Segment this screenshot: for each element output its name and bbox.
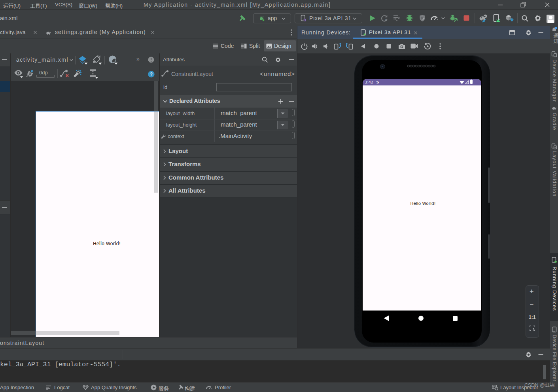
errors-badge-icon[interactable] [148,57,154,63]
layers-view-icon[interactable] [78,55,88,65]
section-all-attributes[interactable]: All Attributes [160,184,297,197]
attr-row-layout-width[interactable]: layout_width match_parent [160,108,297,119]
tab-settings-gradle[interactable]: settings.gradle (My Application) [44,26,158,38]
menu-window[interactable]: 窗口(W) [79,2,97,9]
pack-align-icon[interactable] [89,68,98,79]
gradle-sync-icon[interactable] [479,13,488,23]
chevron-down-icon[interactable] [70,59,73,61]
attr-pick-button[interactable] [292,109,295,116]
power-icon[interactable] [301,43,308,49]
float-window-icon[interactable] [509,30,515,35]
section-transforms[interactable]: Transforms [160,157,297,170]
declared-attributes-header[interactable]: Declared Attributes [160,95,297,108]
search-icon[interactable] [262,57,268,63]
attr-value-dropdown[interactable] [277,109,288,118]
tool-tab-services[interactable]: 服务 [159,384,169,392]
nav-overview-icon[interactable] [453,316,458,321]
profile-app-icon[interactable] [418,14,426,22]
tool-tab-profiler[interactable]: Profiler [215,384,231,390]
tool-tab-app-quality-insights[interactable]: App Quality Insights [91,384,137,390]
zoom-reset-button[interactable]: 1:1 [529,314,535,320]
debug-button[interactable] [406,14,413,22]
profiler-icon[interactable] [430,14,439,23]
stripe-item-running-devices[interactable]: Running Devices [550,253,558,321]
remove-attribute-icon[interactable] [289,98,294,104]
mode-code-button[interactable]: Code [211,41,237,51]
theme-icon[interactable] [108,55,118,65]
apply-changes-icon[interactable] [392,14,400,22]
stripe-item-notifications[interactable]: 通知 [550,26,558,45]
console-area[interactable]: kel_3a_API_31 [emulator-5554]'. [0,360,550,382]
add-attribute-icon[interactable] [278,98,284,104]
stripe-item-layout-validation[interactable]: Layout Validation [550,142,558,233]
close-icon[interactable] [33,30,37,34]
canvas-horizontal-scrollbar[interactable] [11,331,119,335]
attr-row-context[interactable]: context .MainActivity [160,131,297,142]
nav-breadcrumb[interactable]: ain.xml [0,15,17,21]
layout-preview[interactable]: Hello World! [36,111,159,337]
close-button[interactable] [543,0,552,9]
device-manager-icon[interactable] [493,14,501,23]
device-select[interactable]: Pixel 3a API 31 [295,13,362,23]
tab-options-icon[interactable] [291,29,292,36]
design-canvas[interactable]: Hello World! [11,81,159,337]
hide-panel-icon[interactable] [2,205,7,210]
search-icon[interactable] [521,15,529,22]
console-scrollbar[interactable] [543,365,546,379]
infer-constraints-icon[interactable] [73,69,82,78]
home-icon[interactable] [374,44,379,49]
apply-code-changes-icon[interactable] [449,14,458,23]
tool-tab-logcat[interactable]: Logcat [54,384,70,390]
back-icon[interactable] [361,44,365,49]
settings-gear-icon[interactable] [534,14,542,22]
settings-gear-icon[interactable] [525,29,532,36]
hide-panel-icon[interactable] [289,57,294,62]
palette-selected-item[interactable] [0,81,10,92]
build-hammer-icon[interactable] [238,14,247,23]
menu-help[interactable]: 帮助(H) [105,2,123,9]
id-input[interactable] [216,83,292,91]
attr-value-dropdown[interactable] [277,121,288,129]
section-layout[interactable]: Layout [160,144,297,157]
nav-home-icon[interactable] [418,316,424,321]
mode-split-button[interactable]: Split [240,41,263,51]
autoconnect-off-icon[interactable] [26,69,34,78]
menu-tools[interactable]: 工具(T) [30,2,47,9]
zoom-fit-button[interactable] [530,326,535,331]
rotate-right-icon[interactable] [346,43,353,50]
overview-icon[interactable] [386,44,391,49]
close-icon[interactable] [151,30,155,34]
tool-tab-app-inspection[interactable]: App Inspection [0,384,34,390]
breadcrumb-item[interactable]: onstraintLayout [0,340,44,346]
hide-panel-icon[interactable] [538,30,544,36]
settings-gear-icon[interactable] [525,351,532,358]
attr-value[interactable]: match_parent [221,110,257,116]
snapshot-reset-icon[interactable] [424,43,431,50]
help-icon[interactable]: ? [148,71,155,78]
screenshot-icon[interactable] [398,44,405,49]
volume-up-icon[interactable] [312,43,319,49]
rotate-left-icon[interactable] [334,43,341,50]
close-icon[interactable] [414,31,418,35]
view-options-icon[interactable] [13,69,24,78]
zoom-out-button[interactable]: − [530,301,534,309]
rerun-icon[interactable]: A [380,14,388,22]
run-config-select[interactable]: app [253,13,291,23]
record-icon[interactable] [410,44,418,49]
toolbar-overflow[interactable]: » [136,56,140,62]
volume-down-icon[interactable] [323,43,329,49]
attr-pick-button[interactable] [292,132,295,139]
zoom-in-button[interactable]: + [530,288,534,296]
avatar[interactable] [547,15,554,23]
attr-row-layout-height[interactable]: layout_height match_parent [160,119,297,131]
mode-design-button[interactable]: Design [264,40,296,51]
more-options-icon[interactable] [439,43,441,49]
tab-mainactivity[interactable]: ctivity.java [0,26,42,38]
clear-constraints-icon[interactable] [60,69,70,78]
chevron-down-icon[interactable] [441,17,445,19]
sdk-manager-icon[interactable] [505,14,514,23]
nav-back-icon[interactable] [384,315,389,321]
attr-value[interactable]: .MainActivity [219,133,252,139]
run-button[interactable] [369,15,376,22]
tool-tab-build[interactable]: 构建 [185,384,195,392]
